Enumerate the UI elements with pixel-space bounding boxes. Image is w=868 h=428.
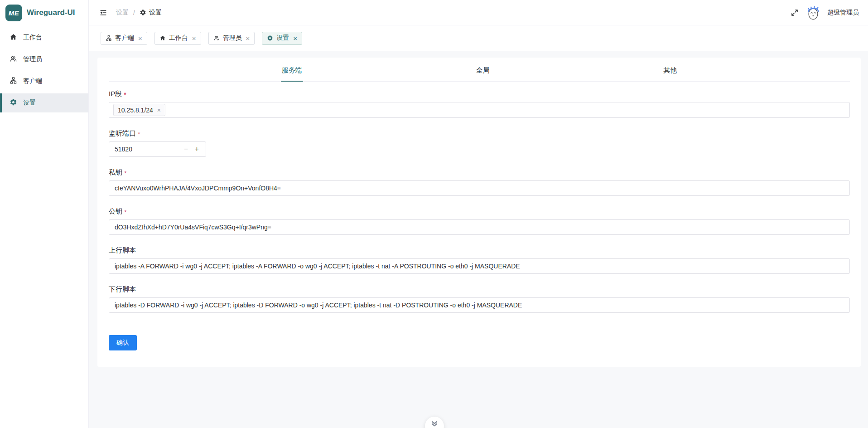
app-title: Wireguard-UI bbox=[27, 8, 75, 17]
gear-icon bbox=[267, 35, 273, 41]
main-area: 设置 / 设置 bbox=[89, 0, 868, 428]
field-label: 私钥 * bbox=[109, 168, 850, 177]
required-mark: * bbox=[124, 170, 126, 177]
listen-port-label: 监听端口 bbox=[109, 129, 136, 138]
down-script-field: 下行脚本 bbox=[109, 285, 850, 313]
remove-tag-icon[interactable]: × bbox=[157, 107, 161, 113]
close-tab-icon[interactable]: × bbox=[138, 35, 142, 42]
settings-tabs: 服务端 全局 其他 bbox=[109, 58, 850, 82]
server-settings-form: IP段 * 10.25.8.1/24 × 监听端口 bbox=[109, 82, 850, 350]
page-tab-workbench[interactable]: 工作台 × bbox=[154, 32, 201, 45]
confirm-button[interactable]: 确认 bbox=[109, 335, 137, 350]
sidebar-menu: 工作台 管理员 bbox=[0, 25, 88, 112]
breadcrumb-current-label: 设置 bbox=[149, 9, 162, 17]
field-label: 公钥 * bbox=[109, 207, 850, 216]
page-tab-label: 工作台 bbox=[169, 34, 188, 42]
avatar[interactable] bbox=[805, 5, 821, 20]
collapse-sidebar-icon[interactable] bbox=[99, 8, 108, 17]
breadcrumb: 设置 / 设置 bbox=[116, 9, 162, 17]
page-tab-admins[interactable]: 管理员 × bbox=[208, 32, 255, 45]
tab-global[interactable]: 全局 bbox=[475, 58, 491, 81]
ip-range-label: IP段 bbox=[109, 90, 122, 98]
clients-icon bbox=[10, 77, 17, 86]
increment-icon[interactable]: + bbox=[195, 141, 199, 157]
ip-range-tag: 10.25.8.1/24 × bbox=[113, 104, 165, 116]
public-key-field: 公钥 * bbox=[109, 207, 850, 235]
required-mark: * bbox=[138, 131, 140, 138]
username[interactable]: 超级管理员 bbox=[827, 9, 859, 17]
field-label: IP段 * bbox=[109, 90, 850, 98]
fullscreen-icon[interactable] bbox=[790, 8, 799, 17]
page-tab-clients[interactable]: 客户端 × bbox=[101, 32, 147, 45]
sidebar-item-label: 客户端 bbox=[23, 77, 42, 85]
up-script-field: 上行脚本 bbox=[109, 246, 850, 274]
close-tab-icon[interactable]: × bbox=[246, 35, 250, 42]
private-key-input[interactable] bbox=[109, 180, 850, 196]
breadcrumb-root[interactable]: 设置 bbox=[116, 9, 129, 17]
close-tab-icon[interactable]: × bbox=[293, 35, 297, 42]
app-logo-icon: ME bbox=[5, 5, 22, 21]
page-tab-settings[interactable]: 设置 × bbox=[262, 32, 302, 45]
tab-other[interactable]: 其他 bbox=[662, 58, 678, 81]
sidebar-item-admins[interactable]: 管理员 bbox=[0, 50, 88, 69]
gear-icon bbox=[140, 9, 146, 16]
listen-port-field: 监听端口 * − + bbox=[109, 129, 850, 157]
content-area: 服务端 全局 其他 IP段 * 10.25.8.1/24 × bbox=[89, 51, 868, 428]
field-label: 上行脚本 bbox=[109, 246, 850, 255]
page-tabbar: 客户端 × 工作台 × 管理员 × 设置 bbox=[89, 25, 868, 51]
app-logo[interactable]: ME Wireguard-UI bbox=[0, 0, 88, 25]
page-tab-label: 管理员 bbox=[223, 34, 242, 42]
public-key-label: 公钥 bbox=[109, 207, 122, 216]
home-icon bbox=[10, 33, 17, 42]
settings-card: 服务端 全局 其他 IP段 * 10.25.8.1/24 × bbox=[97, 58, 861, 367]
private-key-label: 私钥 bbox=[109, 168, 122, 177]
sidebar-item-label: 工作台 bbox=[23, 34, 42, 42]
ip-range-field: IP段 * 10.25.8.1/24 × bbox=[109, 90, 850, 118]
sidebar: ME Wireguard-UI 工作台 管理员 bbox=[0, 0, 89, 428]
ip-range-input[interactable]: 10.25.8.1/24 × bbox=[109, 102, 850, 118]
top-header: 设置 / 设置 bbox=[89, 0, 868, 25]
breadcrumb-separator: / bbox=[133, 9, 135, 16]
close-tab-icon[interactable]: × bbox=[192, 35, 196, 42]
required-mark: * bbox=[124, 209, 126, 216]
admins-icon bbox=[10, 55, 17, 64]
up-script-input[interactable] bbox=[109, 258, 850, 274]
sidebar-item-settings[interactable]: 设置 bbox=[0, 93, 88, 112]
page-tab-label: 客户端 bbox=[115, 34, 134, 42]
chevron-down-icon bbox=[430, 420, 439, 428]
sidebar-item-label: 设置 bbox=[23, 99, 36, 107]
field-label: 下行脚本 bbox=[109, 285, 850, 294]
wireguard-ui-app: ME Wireguard-UI 工作台 管理员 bbox=[0, 0, 868, 428]
down-script-input[interactable] bbox=[109, 297, 850, 313]
gear-icon bbox=[10, 98, 17, 107]
page-tab-label: 设置 bbox=[276, 34, 289, 42]
ip-range-tag-value: 10.25.8.1/24 bbox=[118, 107, 153, 114]
sidebar-item-label: 管理员 bbox=[23, 55, 42, 63]
sidebar-item-workbench[interactable]: 工作台 bbox=[0, 28, 88, 47]
decrement-icon[interactable]: − bbox=[184, 141, 188, 157]
clients-icon bbox=[106, 35, 112, 41]
tab-server[interactable]: 服务端 bbox=[281, 58, 303, 81]
field-label: 监听端口 * bbox=[109, 129, 850, 138]
admins-icon bbox=[213, 35, 220, 41]
breadcrumb-current[interactable]: 设置 bbox=[140, 9, 162, 17]
down-script-label: 下行脚本 bbox=[109, 285, 136, 294]
up-script-label: 上行脚本 bbox=[109, 246, 136, 255]
listen-port-input[interactable] bbox=[109, 141, 206, 157]
sidebar-item-clients[interactable]: 客户端 bbox=[0, 72, 88, 91]
public-key-input[interactable] bbox=[109, 219, 850, 235]
private-key-field: 私钥 * bbox=[109, 168, 850, 196]
required-mark: * bbox=[124, 91, 126, 98]
home-icon bbox=[159, 35, 166, 41]
